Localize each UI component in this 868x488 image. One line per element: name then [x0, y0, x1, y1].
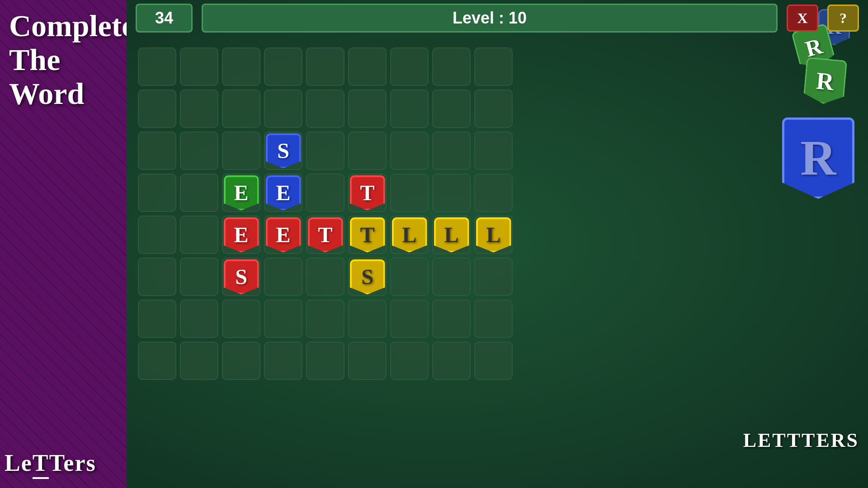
tile-letter: T [318, 222, 332, 247]
grid-cell [390, 342, 429, 380]
grid-cell [264, 89, 302, 128]
grid-cell [264, 47, 302, 86]
letter-tile[interactable]: L [392, 217, 427, 253]
letter-tile[interactable]: L [434, 217, 469, 253]
grid-cell [474, 89, 513, 128]
grid-cell [180, 216, 218, 254]
letter-tile[interactable]: S [224, 259, 259, 295]
grid-cell: T [348, 174, 387, 212]
grid-cell [390, 300, 429, 338]
grid-cell [474, 131, 513, 170]
letter-tile[interactable]: S [350, 259, 385, 295]
grid-cell [138, 216, 176, 254]
tile-letter: L [486, 222, 500, 247]
grid-cell [390, 131, 429, 170]
top-bar: 34 Level : 10 X ? [127, 0, 868, 36]
grid-cell [432, 300, 471, 338]
grid-cell [138, 174, 176, 212]
grid-cell: S [222, 258, 260, 296]
grid-cell [390, 47, 429, 86]
grid-cell [390, 174, 429, 212]
grid-cell [474, 47, 513, 86]
grid-cell: S [348, 258, 387, 296]
grid-cell: E [264, 216, 302, 254]
grid-cell [432, 258, 471, 296]
grid-cell: T [348, 216, 387, 254]
grid-cell [222, 131, 260, 170]
brand-name: LETTTERS [743, 429, 859, 452]
floating-tile-r-blue[interactable]: R [782, 117, 854, 199]
grid-cell: E [222, 174, 260, 212]
grid-cell [138, 89, 176, 128]
grid-cell [474, 174, 513, 212]
tile-letter: L [402, 222, 416, 247]
grid-cell [180, 89, 218, 128]
letter-tile[interactable]: E [266, 217, 301, 253]
tile-letter: L [444, 222, 458, 247]
score-display: 34 [136, 4, 193, 33]
grid-cell [138, 300, 176, 338]
grid-cell [474, 342, 513, 380]
game-title: Complete The Word [9, 9, 127, 110]
grid-cell [390, 258, 429, 296]
grid-cell [138, 342, 176, 380]
letter-tile[interactable]: S [266, 133, 301, 169]
grid-cell [264, 342, 302, 380]
grid-cell [348, 131, 387, 170]
grid-cell [306, 342, 344, 380]
grid-cell [264, 300, 302, 338]
grid-cell: E [264, 174, 302, 212]
grid-cell [222, 300, 260, 338]
level-display: Level : 10 [202, 4, 778, 33]
grid-cell [180, 300, 218, 338]
grid-cell [432, 89, 471, 128]
tile-letter: E [276, 222, 290, 247]
right-panel: R R R R LETTTERS [732, 0, 868, 488]
grid-cell [306, 174, 344, 212]
grid-cell [432, 131, 471, 170]
grid-cell [474, 300, 513, 338]
help-button[interactable]: ? [827, 5, 859, 32]
close-button[interactable]: X [787, 5, 818, 32]
letter-tile[interactable]: L [476, 217, 511, 253]
grid-cell [348, 89, 387, 128]
grid-cell: L [474, 216, 513, 254]
letter-tile[interactable]: E [266, 175, 301, 211]
grid-cell [138, 131, 176, 170]
grid-cell [306, 89, 344, 128]
grid-cell [306, 258, 344, 296]
letter-tile[interactable]: T [350, 217, 385, 253]
grid-cell [306, 47, 344, 86]
grid-cell [474, 258, 513, 296]
grid-cell [348, 47, 387, 86]
letter-tile[interactable]: T [350, 175, 385, 211]
letter-tile[interactable]: T [308, 217, 343, 253]
grid-cell [432, 47, 471, 86]
floating-tile-r-green-2[interactable]: R [803, 57, 847, 105]
grid-cell [432, 174, 471, 212]
tile-letter: T [360, 222, 374, 247]
tile-letter: E [276, 180, 290, 205]
T-special: T [33, 450, 49, 479]
grid-cell [432, 342, 471, 380]
grid-cell: L [432, 216, 471, 254]
grid-cell [180, 342, 218, 380]
grid-cell [306, 131, 344, 170]
grid-cell [348, 342, 387, 380]
grid-cell [180, 174, 218, 212]
grid-cell [138, 47, 176, 86]
left-panel: Complete The Word LeTTers [0, 0, 127, 488]
letter-tile[interactable]: E [224, 175, 259, 211]
game-title-line3: Word [9, 77, 127, 111]
grid-cell [222, 342, 260, 380]
letter-tile[interactable]: E [224, 217, 259, 253]
grid-cell: S [264, 131, 302, 170]
bottom-logo: LeTTers [5, 450, 96, 479]
tile-letter: S [277, 138, 289, 163]
grid-cell [180, 131, 218, 170]
tile-letter: E [234, 222, 248, 247]
grid-cell [264, 258, 302, 296]
grid-cell: T [306, 216, 344, 254]
grid-cell [180, 47, 218, 86]
grid-cell [222, 47, 260, 86]
